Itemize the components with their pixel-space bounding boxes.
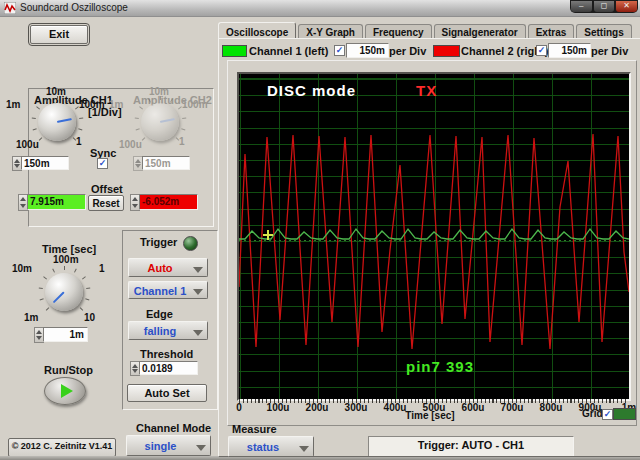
x-axis-title: Time [sec] [390,410,470,421]
time-value[interactable]: 1m [43,327,88,342]
channel2-enable-checkbox[interactable]: ✓ [536,45,547,56]
threshold-value[interactable]: 0.0189 [139,361,198,375]
measure-value: status [229,441,297,453]
time-knob[interactable] [45,273,83,311]
amplitude-ch2-value[interactable]: 150m [142,156,190,170]
grid-label: Grid [582,408,603,419]
minimize-button[interactable]: – [571,1,592,12]
offset-title: Offset [91,183,123,195]
app-window: Soundcard Oszilloscope – ◻ ✕ Exit Amplit… [0,0,640,460]
run-stop-button[interactable] [44,377,86,405]
copyright-box: © 2012 C. Zeitnitz V1.41 [8,438,116,457]
tab-settings[interactable]: Settings [576,24,631,38]
knob-needle [53,291,65,303]
tab-frequency[interactable]: Frequency [365,24,432,38]
knob-needle [57,118,72,123]
scope-plot[interactable]: DISC mode TX pin7 393 [237,72,631,401]
channel1-enable-checkbox[interactable]: ✓ [334,45,345,56]
maximize-button[interactable]: ◻ [594,1,615,12]
offset-reset-button[interactable]: Reset [88,195,124,211]
chevron-down-icon [193,289,203,295]
trigger-led [183,236,198,251]
trigger-edge-dropdown[interactable]: falling [128,321,208,340]
knob-tick-mark [39,298,43,300]
knob-tick-mark [86,287,90,289]
knob-tick-mark [85,298,89,300]
channel1-per-div-label: per Div [389,45,426,57]
amplitude-ch1-knob[interactable] [38,103,76,141]
amplitude-ch1-value[interactable]: 150m [21,156,69,170]
knob-scale-label: 10 [84,312,95,323]
trigger-title: Trigger [140,236,177,248]
sync-checkbox[interactable]: ✓ [97,158,108,169]
trigger-mode-value: Auto [129,262,191,274]
channel2-color-swatch [433,45,460,57]
knob-scale-label: 1 [99,263,105,274]
annotation-tx: TX [416,82,437,99]
knob-needle [160,118,175,123]
knob-scale-label: 100u [119,139,142,150]
knob-scale-label: 100u [16,139,39,150]
knob-scale-label: 10m [12,263,32,274]
x-tick-label: 0 [236,402,242,413]
channel1-trace [239,229,629,239]
trigger-edge-value: falling [129,325,191,337]
offset-ch2-value[interactable]: -6.052m [139,194,198,210]
x-tick-label: 100u [267,402,290,413]
tab-strip: OscilloscopeX-Y GraphFrequencySignalgene… [218,22,632,38]
channel-mode-dropdown[interactable]: single [126,435,211,456]
knob-tick-mark [52,269,55,273]
close-button[interactable]: ✕ [616,1,637,12]
tab-x-y-graph[interactable]: X-Y Graph [298,24,363,38]
knob-scale-label: 100m [79,99,105,110]
measure-dropdown[interactable]: status [228,436,314,457]
channel1-legend-label: Channel 1 (left) [249,45,328,57]
knob-scale-label: 1 [179,136,185,147]
channel2-trace [239,134,629,349]
offset-ch1-value[interactable]: 7.915m [27,194,86,210]
app-icon [4,2,16,14]
knob-tick-mark [64,266,65,270]
channel-mode-value: single [127,440,194,452]
x-tick-label: 700u [501,402,524,413]
tab-extras[interactable]: Extras [528,24,575,38]
knob-scale-label: 1m [109,99,123,110]
auto-set-button[interactable]: Auto Set [127,384,207,402]
waveform-canvas [239,74,629,399]
annotation-disc-mode: DISC mode [267,82,356,99]
x-tick-label: 300u [345,402,368,413]
trigger-mode-dropdown[interactable]: Auto [128,258,208,277]
knob-tick-mark [79,307,83,311]
threshold-label: Threshold [140,348,193,360]
tab-signalgenerator[interactable]: Signalgenerator [434,24,526,38]
annotation-pin7: pin7 393 [406,358,474,375]
knob-tick-mark [45,307,49,311]
trigger-source-dropdown[interactable]: Channel 1 [128,281,208,299]
chevron-down-icon [193,267,203,273]
x-tick-label: 200u [306,402,329,413]
tab-oscilloscope[interactable]: Oscilloscope [218,22,296,38]
grid-color-swatch[interactable] [613,408,636,420]
channel2-per-div-value[interactable]: 150m [548,43,591,58]
measure-label: Measure [232,423,277,435]
amplitude-ch2-knob[interactable] [141,103,179,141]
run-stop-label: Run/Stop [44,364,93,376]
knob-scale-label: 1 [76,136,82,147]
knob-scale-label: 100m [182,99,208,110]
knob-tick-mark [43,276,47,279]
knob-scale-label: 100m [53,254,79,265]
chevron-down-icon [193,330,203,336]
chevron-down-icon [299,446,309,452]
knob-scale-label: 1m [24,312,38,323]
grid-checkbox[interactable]: ✓ [602,409,613,420]
knob-scale-label: 1m [6,99,20,110]
knob-scale-label: 10m [46,86,66,97]
exit-button[interactable]: Exit [30,25,88,44]
x-tick-label: 800u [540,402,563,413]
window-caption-buttons: – ◻ ✕ [570,0,638,13]
knob-tick-mark [38,287,42,289]
edge-label: Edge [146,308,173,320]
knob-tick-mark [74,269,77,273]
knob-scale-label: 10m [149,86,169,97]
channel1-per-div-value[interactable]: 150m [346,43,389,58]
